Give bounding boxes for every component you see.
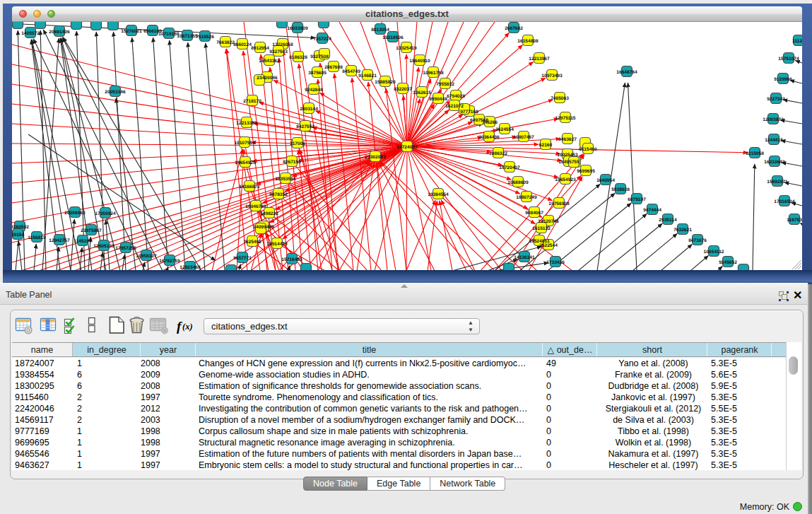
svg-text:7955812: 7955812 [436,82,454,87]
svg-text:9115460: 9115460 [579,147,597,152]
svg-text:9242848: 9242848 [305,88,323,93]
svg-text:19756928: 19756928 [548,201,570,206]
svg-text:10688609: 10688609 [507,180,529,185]
svg-text:19654923: 19654923 [555,177,576,182]
svg-text:317006: 317006 [290,141,305,146]
svg-text:17016504: 17016504 [774,199,795,204]
svg-text:10958107: 10958107 [136,254,157,259]
svg-text:19166872: 19166872 [239,185,260,189]
svg-text:9245652: 9245652 [719,260,737,265]
svg-text:8322037: 8322037 [394,87,412,92]
svg-text:10807487: 10807487 [513,135,534,140]
svg-text:10671355: 10671355 [177,34,198,39]
svg-text:1156819: 1156819 [28,235,46,240]
svg-text:7663822: 7663822 [216,40,235,45]
svg-text:23302083: 23302083 [365,155,386,160]
svg-text:15692971: 15692971 [767,180,788,185]
svg-text:7357224: 7357224 [313,37,331,42]
svg-text:(x): (x) [182,322,193,332]
svg-text:9657771: 9657771 [233,256,252,261]
svg-text:20053346: 20053346 [105,90,126,95]
svg-text:12213967: 12213967 [529,57,550,62]
svg-text:10107554: 10107554 [234,141,255,146]
svg-text:11123: 11123 [792,39,802,44]
svg-text:11353594: 11353594 [276,177,296,182]
svg-text:14099489: 14099489 [253,225,274,230]
svg-text:9146821: 9146821 [358,74,377,78]
svg-text:19384554: 19384554 [428,192,449,197]
svg-text:16914479: 16914479 [266,242,288,247]
svg-text:2803144: 2803144 [300,107,318,112]
svg-text:10973493: 10973493 [541,74,563,78]
svg-text:23975867: 23975867 [81,228,102,233]
svg-text:2935114: 2935114 [659,218,677,223]
svg-text:9463627: 9463627 [558,137,577,142]
svg-text:2260502: 2260502 [12,225,29,230]
svg-text:116753: 116753 [787,218,802,223]
svg-text:23420046: 23420046 [257,76,278,81]
svg-text:2687682: 2687682 [505,26,523,31]
svg-text:20364436: 20364436 [478,135,500,140]
svg-text:12975115: 12975115 [555,116,576,121]
svg-text:16543362: 16543362 [259,59,280,64]
svg-text:19218506: 19218506 [382,35,404,40]
svg-text:14136141: 14136141 [514,255,535,260]
svg-text:6794028: 6794028 [447,94,465,99]
svg-text:3875685: 3875685 [308,71,326,76]
svg-text:2522544: 2522544 [539,243,558,248]
svg-text:10120746: 10120746 [538,219,559,224]
svg-text:16495755: 16495755 [558,160,579,165]
svg-text:9327508: 9327508 [310,54,329,59]
svg-text:7632621: 7632621 [673,228,692,233]
svg-text:1621072: 1621072 [445,104,464,109]
svg-text:12093872: 12093872 [763,117,784,122]
svg-text:8471676: 8471676 [688,238,707,243]
svg-text:16154808: 16154808 [517,39,539,44]
svg-text:9699695: 9699695 [577,169,595,174]
svg-text:1244415: 1244415 [765,138,783,143]
svg-text:5498222: 5498222 [260,211,278,216]
svg-text:1733426: 1733426 [546,260,565,265]
svg-text:19654925: 19654925 [235,160,256,165]
svg-text:62160: 62160 [539,143,553,148]
svg-text:15716485: 15716485 [281,257,302,262]
svg-text:9084067: 9084067 [525,211,543,216]
svg-text:10654112: 10654112 [704,250,724,255]
svg-text:3624554: 3624554 [495,127,514,132]
svg-text:8186328: 8186328 [289,55,307,60]
svg-text:16782759: 16782759 [159,259,180,264]
svg-text:8660124: 8660124 [233,42,252,47]
svg-text:12505135: 12505135 [93,244,114,249]
svg-text:39154: 39154 [12,233,24,238]
svg-text:2867608: 2867608 [324,65,343,70]
svg-text:15885820: 15885820 [375,80,396,85]
svg-text:13226058: 13226058 [272,42,293,47]
svg-text:8215958: 8215958 [746,151,764,156]
svg-text:18807249: 18807249 [516,195,537,200]
svg-text:7986322: 7986322 [489,151,507,156]
svg-text:16046788: 16046788 [245,204,266,209]
svg-text:7515526: 7515526 [196,35,214,40]
svg-text:13325419: 13325419 [396,46,417,51]
svg-text:1640954: 1640954 [596,178,615,183]
svg-text:17359924: 17359924 [95,211,116,216]
svg-text:15720407: 15720407 [499,165,520,170]
svg-text:5938928: 5938928 [611,187,630,192]
svg-text:16033809: 16033809 [287,26,308,31]
svg-text:6879197: 6879197 [628,197,646,202]
svg-text:10025453: 10025453 [557,153,578,158]
svg-text:746266: 746266 [482,120,498,125]
svg-text:20691406: 20691406 [49,30,70,35]
svg-text:8878352: 8878352 [269,192,288,197]
svg-text:12923468: 12923468 [180,265,201,270]
svg-text:10961758: 10961758 [423,71,444,76]
svg-text:1615132: 1615132 [532,226,551,231]
svg-text:7625402: 7625402 [243,240,261,245]
svg-text:20206563: 20206563 [64,211,86,216]
svg-text:15751074: 15751074 [778,57,799,62]
svg-text:9474444: 9474444 [643,208,661,213]
svg-text:8990448: 8990448 [429,97,447,102]
svg-text:1145194: 1145194 [73,239,92,244]
svg-text:9327503: 9327503 [269,49,288,54]
svg-text:18724007: 18724007 [396,145,418,150]
